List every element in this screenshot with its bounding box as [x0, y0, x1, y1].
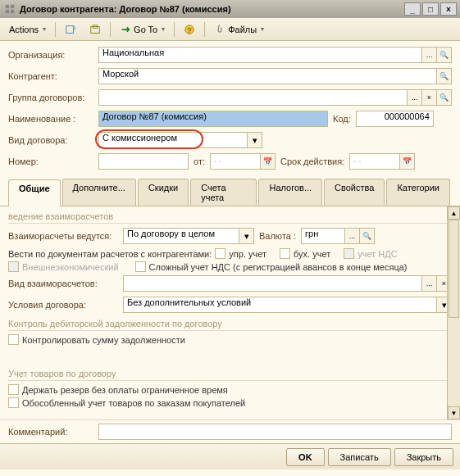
code-input[interactable]: 000000064: [356, 111, 434, 127]
scroll-up-icon[interactable]: ▲: [448, 206, 460, 220]
cb-upr[interactable]: [215, 248, 225, 259]
window-title: Договор контрагента: Договор №87 (комисс…: [20, 4, 403, 14]
mutual-dropdown-icon[interactable]: ▾: [239, 228, 254, 244]
close-window-button[interactable]: ×: [440, 2, 457, 16]
org-select-button[interactable]: ...: [422, 47, 437, 63]
group-label: Группа договоров:: [8, 93, 98, 102]
cb-reserve[interactable]: [8, 384, 19, 395]
scrollbar-vertical[interactable]: ▲ ▼: [447, 206, 460, 419]
tab-additional[interactable]: Дополните...: [62, 179, 136, 206]
mutual-select[interactable]: По договору в целом: [123, 228, 239, 244]
currency-search-icon[interactable]: 🔍: [360, 228, 375, 244]
org-input[interactable]: Национальная: [98, 47, 422, 63]
files-menu[interactable]: Файлы: [208, 21, 270, 38]
date-from-input[interactable]: . .: [210, 153, 261, 170]
window-titlebar: Договор контрагента: Договор №87 (комисс…: [0, 0, 460, 18]
mutual-type-input[interactable]: [123, 275, 422, 292]
org-search-icon[interactable]: 🔍: [437, 47, 452, 63]
section-mutual-head: ведение взаиморасчетов: [8, 211, 452, 224]
comment-input[interactable]: [98, 424, 452, 440]
docs-label: Вести по документам расчетов с контраген…: [8, 249, 212, 259]
tab-general[interactable]: Общие: [8, 179, 61, 206]
conditions-label: Условия договора:: [8, 300, 123, 310]
tab-categories[interactable]: Категории: [386, 179, 450, 206]
group-search-icon[interactable]: 🔍: [437, 89, 452, 106]
name-input[interactable]: Договор №87 (комиссия): [98, 111, 328, 127]
cb-nds: [344, 248, 354, 259]
tab-bar: Общие Дополните... Скидки Счета учета На…: [0, 179, 460, 206]
contragent-input[interactable]: Морской: [98, 68, 437, 84]
ok-button[interactable]: OK: [286, 448, 325, 466]
cb-bukh[interactable]: [280, 248, 290, 259]
scroll-thumb[interactable]: [449, 220, 459, 318]
goto-menu[interactable]: Go To: [114, 21, 171, 38]
code-label: Код:: [333, 114, 351, 124]
toolbar-icon-2[interactable]: [84, 21, 107, 38]
svg-rect-4: [66, 25, 74, 33]
svg-rect-2: [6, 10, 9, 13]
section-debt-head: Контроль дебиторской задолженности по до…: [8, 319, 452, 331]
app-icon: [3, 2, 16, 16]
maximize-button[interactable]: □: [422, 2, 439, 16]
comment-label: Комментарий:: [8, 427, 98, 437]
svg-text:?: ?: [188, 25, 192, 34]
svg-rect-1: [11, 5, 14, 8]
mutual-type-select-button[interactable]: ...: [422, 275, 437, 292]
tab-taxes[interactable]: Налогов...: [258, 179, 322, 206]
cb-control-debt[interactable]: [8, 334, 19, 345]
type-label: Вид договора:: [8, 135, 98, 145]
write-button[interactable]: Записать: [328, 448, 391, 466]
number-label: Номер:: [8, 156, 98, 166]
calendar-icon[interactable]: 📅: [261, 153, 276, 170]
currency-select-button[interactable]: ...: [345, 228, 360, 244]
mutual-label: Взаиморасчеты ведутся:: [8, 231, 123, 241]
tab-discounts[interactable]: Скидки: [138, 179, 189, 206]
actions-menu[interactable]: Actions: [3, 22, 52, 37]
tab-properties[interactable]: Свойства: [324, 179, 385, 206]
validity-input[interactable]: . .: [349, 153, 400, 170]
close-button[interactable]: Закрыть: [394, 448, 453, 466]
type-input[interactable]: С комиссионером: [98, 132, 248, 148]
footer: OK Записать Закрыть: [0, 443, 460, 469]
section-goods-head: Учет товаров по договору: [8, 369, 452, 381]
conditions-input[interactable]: Без дополнительных условий: [123, 297, 437, 313]
group-clear-button[interactable]: ×: [422, 89, 437, 106]
tab-content: ведение взаиморасчетов Взаиморасчеты вед…: [0, 206, 460, 419]
mutual-type-label: Вид взаиморасчетов:: [8, 279, 123, 288]
scroll-down-icon[interactable]: ▼: [448, 406, 460, 419]
currency-input[interactable]: грн: [301, 228, 345, 244]
from-label: от:: [194, 156, 205, 166]
org-label: Организация:: [8, 50, 98, 60]
toolbar-icon-1[interactable]: [59, 21, 82, 38]
cb-separate[interactable]: [8, 397, 19, 408]
form-area: Организация: Национальная ... 🔍 Контраге…: [0, 41, 460, 179]
group-input[interactable]: [98, 89, 408, 106]
contragent-search-icon[interactable]: 🔍: [437, 68, 452, 84]
help-icon[interactable]: ?: [178, 21, 201, 38]
minimize-button[interactable]: _: [404, 2, 421, 16]
tab-accounts[interactable]: Счета учета: [190, 179, 257, 206]
group-select-button[interactable]: ...: [408, 89, 422, 106]
cb-foreign: [8, 261, 19, 272]
name-label: Наименование :: [8, 114, 98, 124]
svg-rect-5: [91, 26, 100, 33]
type-dropdown-icon[interactable]: ▾: [248, 132, 262, 148]
contragent-label: Контрагент:: [8, 71, 98, 81]
validity-label: Срок действия:: [280, 156, 344, 166]
svg-rect-0: [6, 5, 9, 8]
number-input[interactable]: [98, 153, 189, 170]
currency-label: Валюта :: [259, 231, 296, 241]
toolbar: Actions Go To ? Файлы: [0, 18, 460, 41]
svg-rect-3: [11, 10, 14, 13]
calendar-icon-2[interactable]: 📅: [400, 153, 415, 170]
cb-complex[interactable]: [135, 261, 146, 272]
